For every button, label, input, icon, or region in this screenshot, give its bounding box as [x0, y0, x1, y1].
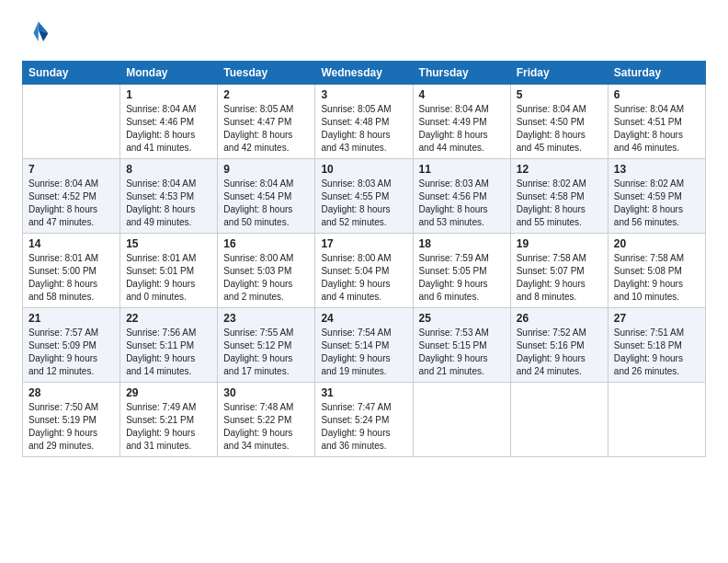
cell-content: Sunrise: 7:57 AM Sunset: 5:09 PM Dayligh… [28, 327, 114, 378]
cell-content: Sunrise: 8:02 AM Sunset: 4:59 PM Dayligh… [614, 178, 700, 229]
day-number: 31 [321, 386, 406, 399]
calendar-cell: 1Sunrise: 8:04 AM Sunset: 4:46 PM Daylig… [120, 85, 218, 159]
day-number: 14 [28, 237, 114, 250]
calendar-cell: 20Sunrise: 7:58 AM Sunset: 5:08 PM Dayli… [608, 234, 705, 308]
calendar-cell: 24Sunrise: 7:54 AM Sunset: 5:14 PM Dayli… [315, 308, 413, 383]
cell-content: Sunrise: 7:58 AM Sunset: 5:08 PM Dayligh… [614, 252, 700, 304]
cell-content: Sunrise: 7:49 AM Sunset: 5:21 PM Dayligh… [126, 401, 211, 453]
calendar-cell: 18Sunrise: 7:59 AM Sunset: 5:05 PM Dayli… [413, 234, 510, 308]
day-number: 3 [321, 88, 406, 101]
cell-content: Sunrise: 7:54 AM Sunset: 5:14 PM Dayligh… [321, 327, 406, 378]
day-number: 5 [517, 88, 602, 101]
calendar-cell [23, 85, 120, 159]
cell-content: Sunrise: 8:01 AM Sunset: 5:01 PM Dayligh… [126, 252, 211, 304]
day-header-wednesday: Wednesday [315, 62, 413, 85]
day-number: 9 [223, 163, 309, 176]
calendar-cell [413, 383, 510, 457]
day-header-thursday: Thursday [413, 62, 510, 85]
cell-content: Sunrise: 7:50 AM Sunset: 5:19 PM Dayligh… [28, 401, 114, 453]
cell-content: Sunrise: 8:01 AM Sunset: 5:00 PM Dayligh… [28, 252, 114, 304]
week-row-2: 7Sunrise: 8:04 AM Sunset: 4:52 PM Daylig… [23, 159, 706, 234]
cell-content: Sunrise: 8:04 AM Sunset: 4:50 PM Dayligh… [517, 103, 602, 155]
day-number: 28 [28, 386, 114, 399]
day-number: 8 [126, 163, 211, 176]
day-header-monday: Monday [120, 62, 218, 85]
day-number: 4 [419, 88, 505, 101]
logo-icon [22, 18, 51, 48]
calendar-cell: 11Sunrise: 8:03 AM Sunset: 4:56 PM Dayli… [413, 159, 510, 234]
day-number: 19 [517, 237, 602, 250]
week-row-3: 14Sunrise: 8:01 AM Sunset: 5:00 PM Dayli… [23, 234, 706, 308]
logo [22, 18, 55, 48]
day-number: 25 [419, 312, 505, 325]
day-header-sunday: Sunday [23, 62, 120, 85]
calendar-cell: 15Sunrise: 8:01 AM Sunset: 5:01 PM Dayli… [120, 234, 218, 308]
cell-content: Sunrise: 7:56 AM Sunset: 5:11 PM Dayligh… [126, 327, 211, 378]
day-header-tuesday: Tuesday [218, 62, 315, 85]
day-number: 29 [126, 386, 211, 399]
day-number: 1 [126, 88, 211, 101]
cell-content: Sunrise: 8:04 AM Sunset: 4:53 PM Dayligh… [126, 178, 211, 229]
cell-content: Sunrise: 8:00 AM Sunset: 5:03 PM Dayligh… [223, 252, 309, 304]
calendar-cell: 14Sunrise: 8:01 AM Sunset: 5:00 PM Dayli… [23, 234, 120, 308]
cell-content: Sunrise: 8:05 AM Sunset: 4:47 PM Dayligh… [223, 103, 309, 155]
calendar-cell: 27Sunrise: 7:51 AM Sunset: 5:18 PM Dayli… [608, 308, 705, 383]
calendar-cell [608, 383, 705, 457]
cell-content: Sunrise: 7:53 AM Sunset: 5:15 PM Dayligh… [419, 327, 505, 378]
cell-content: Sunrise: 8:03 AM Sunset: 4:55 PM Dayligh… [321, 178, 406, 229]
day-number: 20 [614, 237, 700, 250]
svg-marker-2 [33, 22, 38, 41]
calendar-cell: 21Sunrise: 7:57 AM Sunset: 5:09 PM Dayli… [23, 308, 120, 383]
calendar-cell: 3Sunrise: 8:05 AM Sunset: 4:48 PM Daylig… [315, 85, 413, 159]
calendar-table: SundayMondayTuesdayWednesdayThursdayFrid… [22, 61, 706, 457]
day-number: 27 [614, 312, 700, 325]
day-header-friday: Friday [510, 62, 608, 85]
cell-content: Sunrise: 7:48 AM Sunset: 5:22 PM Dayligh… [223, 401, 309, 453]
week-row-1: 1Sunrise: 8:04 AM Sunset: 4:46 PM Daylig… [23, 85, 706, 159]
day-number: 6 [614, 88, 700, 101]
cell-content: Sunrise: 7:59 AM Sunset: 5:05 PM Dayligh… [419, 252, 505, 304]
day-number: 22 [126, 312, 211, 325]
cell-content: Sunrise: 7:58 AM Sunset: 5:07 PM Dayligh… [517, 252, 602, 304]
day-number: 26 [517, 312, 602, 325]
day-number: 7 [28, 163, 114, 176]
cell-content: Sunrise: 8:04 AM Sunset: 4:51 PM Dayligh… [614, 103, 700, 155]
cell-content: Sunrise: 8:04 AM Sunset: 4:49 PM Dayligh… [419, 103, 505, 155]
calendar-cell: 22Sunrise: 7:56 AM Sunset: 5:11 PM Dayli… [120, 308, 218, 383]
day-number: 2 [223, 88, 309, 101]
cell-content: Sunrise: 8:04 AM Sunset: 4:46 PM Dayligh… [126, 103, 211, 155]
calendar-cell: 17Sunrise: 8:00 AM Sunset: 5:04 PM Dayli… [315, 234, 413, 308]
cell-content: Sunrise: 8:04 AM Sunset: 4:54 PM Dayligh… [223, 178, 309, 229]
week-row-4: 21Sunrise: 7:57 AM Sunset: 5:09 PM Dayli… [23, 308, 706, 383]
cell-content: Sunrise: 8:05 AM Sunset: 4:48 PM Dayligh… [321, 103, 406, 155]
cell-content: Sunrise: 7:55 AM Sunset: 5:12 PM Dayligh… [223, 327, 309, 378]
cell-content: Sunrise: 8:03 AM Sunset: 4:56 PM Dayligh… [419, 178, 505, 229]
page-container: SundayMondayTuesdayWednesdayThursdayFrid… [0, 0, 728, 472]
day-number: 23 [223, 312, 309, 325]
calendar-cell: 7Sunrise: 8:04 AM Sunset: 4:52 PM Daylig… [23, 159, 120, 234]
cell-content: Sunrise: 7:52 AM Sunset: 5:16 PM Dayligh… [517, 327, 602, 378]
calendar-cell: 19Sunrise: 7:58 AM Sunset: 5:07 PM Dayli… [510, 234, 608, 308]
day-number: 30 [223, 386, 309, 399]
calendar-cell: 6Sunrise: 8:04 AM Sunset: 4:51 PM Daylig… [608, 85, 705, 159]
day-number: 21 [28, 312, 114, 325]
header-row: SundayMondayTuesdayWednesdayThursdayFrid… [23, 62, 706, 85]
day-number: 17 [321, 237, 406, 250]
calendar-cell [510, 383, 608, 457]
day-number: 10 [321, 163, 406, 176]
calendar-cell: 4Sunrise: 8:04 AM Sunset: 4:49 PM Daylig… [413, 85, 510, 159]
cell-content: Sunrise: 8:02 AM Sunset: 4:58 PM Dayligh… [517, 178, 602, 229]
calendar-cell: 8Sunrise: 8:04 AM Sunset: 4:53 PM Daylig… [120, 159, 218, 234]
calendar-cell: 25Sunrise: 7:53 AM Sunset: 5:15 PM Dayli… [413, 308, 510, 383]
calendar-cell: 2Sunrise: 8:05 AM Sunset: 4:47 PM Daylig… [218, 85, 315, 159]
cell-content: Sunrise: 8:00 AM Sunset: 5:04 PM Dayligh… [321, 252, 406, 304]
cell-content: Sunrise: 8:04 AM Sunset: 4:52 PM Dayligh… [28, 178, 114, 229]
calendar-cell: 10Sunrise: 8:03 AM Sunset: 4:55 PM Dayli… [315, 159, 413, 234]
calendar-cell: 26Sunrise: 7:52 AM Sunset: 5:16 PM Dayli… [510, 308, 608, 383]
cell-content: Sunrise: 7:51 AM Sunset: 5:18 PM Dayligh… [614, 327, 700, 378]
week-row-5: 28Sunrise: 7:50 AM Sunset: 5:19 PM Dayli… [23, 383, 706, 457]
calendar-cell: 28Sunrise: 7:50 AM Sunset: 5:19 PM Dayli… [23, 383, 120, 457]
day-header-saturday: Saturday [608, 62, 705, 85]
day-number: 13 [614, 163, 700, 176]
day-number: 16 [223, 237, 309, 250]
